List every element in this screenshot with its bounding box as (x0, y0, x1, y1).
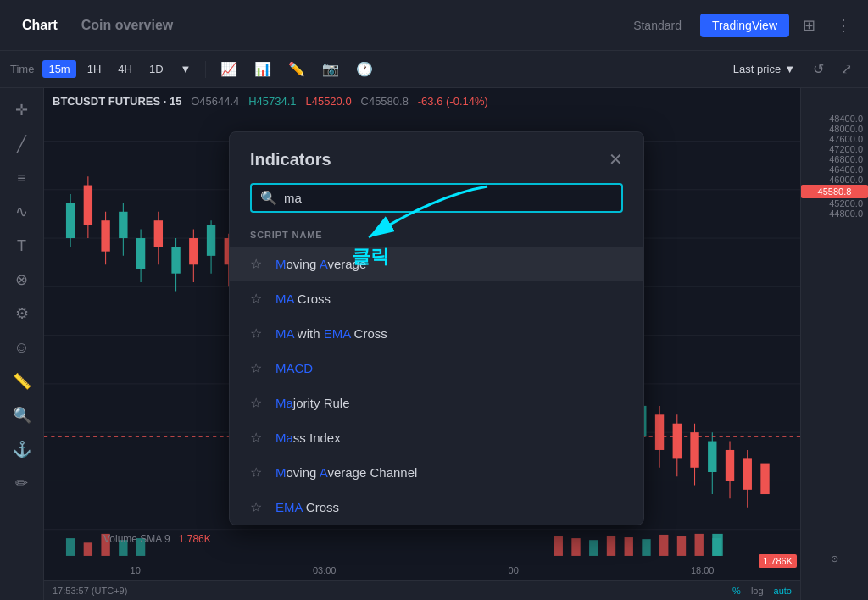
nav-right: Standard TradingView ⊞ ⋮ (621, 13, 858, 38)
standard-button[interactable]: Standard (621, 14, 693, 37)
modal-title: Indicators (250, 150, 331, 169)
interval-1d[interactable]: 1D (143, 60, 170, 78)
interval-1h[interactable]: 1H (81, 60, 108, 78)
draw-tool[interactable]: ∿ (7, 197, 37, 227)
pencil-tool[interactable]: ✏ (7, 468, 37, 498)
grid-icon-button[interactable]: ⊞ (796, 13, 822, 38)
ohlc-high: H45734.1 (248, 95, 303, 108)
price-47600: 47600.0 (801, 134, 868, 144)
price-44800: 44800.0 (801, 208, 868, 219)
log-button[interactable]: log (751, 586, 764, 596)
bottom-right: % log auto (732, 586, 792, 596)
settings-tool[interactable]: ⚙ (7, 298, 37, 329)
star-icon-2[interactable]: ☆ (250, 291, 265, 307)
svg-rect-14 (101, 220, 109, 251)
emoji-tool[interactable]: ☺ (7, 332, 37, 363)
indicator-moving-average[interactable]: ☆ Moving Average (230, 247, 643, 281)
zoom-tool[interactable]: 🔍 (7, 400, 37, 431)
clock-icon[interactable]: 🕐 (350, 58, 379, 81)
volume-sma-text: Volume SMA 9 (103, 533, 175, 545)
price-highlight: 45580.8 (801, 185, 868, 198)
price-45200: 45200.0 (801, 198, 868, 208)
svg-rect-12 (84, 186, 92, 225)
svg-rect-63 (589, 540, 598, 556)
indicator-name-2: MA Cross (275, 292, 331, 306)
ohlc-open: O45644.4 (191, 95, 245, 108)
bar-chart-icon[interactable]: 📊 (248, 58, 277, 81)
interval-4h[interactable]: 4H (112, 60, 138, 78)
svg-rect-10 (66, 203, 75, 238)
svg-rect-42 (655, 414, 664, 450)
price-axis: 48400.0 48000.0 47600.0 47200.0 46800.0 … (800, 88, 868, 600)
more-icon-button[interactable]: ⋮ (829, 13, 858, 38)
indicator-moving-average-channel[interactable]: ☆ Moving Average Channel (230, 455, 643, 490)
indicator-majority-rule[interactable]: ☆ Majority Rule (230, 386, 643, 420)
horizontal-line-tool[interactable]: ≡ (7, 163, 37, 193)
star-icon-4[interactable]: ☆ (250, 360, 265, 376)
modal-search-box[interactable]: 🔍 (250, 183, 623, 213)
trend-line-tool[interactable]: ╱ (7, 129, 37, 159)
svg-rect-52 (743, 458, 752, 489)
svg-rect-69 (695, 534, 704, 556)
refresh-icon[interactable]: ↺ (807, 58, 830, 81)
ohlc-low: L45520.0 (305, 95, 357, 108)
svg-rect-18 (136, 238, 145, 269)
last-price-button[interactable]: Last price ▼ (726, 59, 802, 79)
text-tool[interactable]: T (7, 231, 37, 261)
svg-rect-20 (154, 220, 163, 247)
price-axis-icon[interactable]: ⊙ (831, 553, 838, 564)
auto-button[interactable]: auto (774, 586, 792, 596)
time-label-1: 10 (131, 565, 141, 575)
indicator-name-6: Mass Index (275, 431, 341, 445)
ohlc-close: C45580.8 (361, 95, 415, 108)
price-46400: 46400.0 (801, 164, 868, 175)
price-48400: 48400.0 (801, 114, 868, 124)
price-47200: 47200.0 (801, 144, 868, 154)
indicator-mass-index[interactable]: ☆ Mass Index (230, 420, 643, 455)
indicator-name-8: EMA Cross (275, 500, 339, 514)
indicator-name-4: MACD (275, 361, 313, 375)
time-label-4: 18:00 (691, 565, 715, 575)
star-icon-3[interactable]: ☆ (250, 325, 265, 342)
indicator-ema-cross[interactable]: ☆ EMA Cross (230, 490, 643, 525)
star-icon-5[interactable]: ☆ (250, 395, 265, 411)
indicator-ma-ema-cross[interactable]: ☆ MA with EMA Cross (230, 316, 643, 351)
tab-coin-overview[interactable]: Coin overview (70, 11, 185, 40)
interval-15m[interactable]: 15m (42, 60, 75, 78)
svg-rect-50 (726, 450, 734, 481)
star-icon-6[interactable]: ☆ (250, 430, 265, 446)
ruler-tool[interactable]: 📏 (7, 366, 37, 397)
svg-rect-54 (760, 464, 769, 494)
volume-sma-value: 1.786K (179, 533, 211, 545)
modal-close-button[interactable]: ✕ (609, 149, 623, 169)
svg-rect-24 (189, 238, 198, 264)
indicators-list: ☆ Moving Average ☆ MA Cross ☆ MA with EM… (230, 247, 643, 525)
indicator-name-7: Moving Average Channel (275, 465, 417, 480)
svg-rect-22 (171, 247, 180, 273)
left-toolbar: ✛ ╱ ≡ ∿ T ⊗ ⚙ ☺ 📏 🔍 ⚓ ✏ (0, 88, 44, 600)
bottom-bar: 17:53:57 (UTC+9) % log auto (44, 580, 800, 600)
star-icon-8[interactable]: ☆ (250, 499, 265, 515)
time-label-2: 03:00 (313, 565, 337, 575)
line-chart-icon[interactable]: 📈 (214, 58, 243, 81)
time-label: Time (10, 63, 34, 75)
tradingview-button[interactable]: TradingView (700, 14, 789, 37)
star-icon-7[interactable]: ☆ (250, 464, 265, 481)
indicator-ma-cross[interactable]: ☆ MA Cross (230, 281, 643, 316)
star-icon-1[interactable]: ☆ (250, 256, 265, 272)
anchor-tool[interactable]: ⚓ (7, 434, 37, 464)
camera-icon[interactable]: 📷 (316, 58, 345, 81)
indicator-macd[interactable]: ☆ MACD (230, 351, 643, 386)
fullscreen-icon[interactable]: ⤢ (835, 58, 858, 81)
svg-rect-57 (84, 542, 92, 556)
network-tool[interactable]: ⊗ (7, 264, 37, 295)
svg-rect-62 (571, 538, 580, 556)
interval-dropdown[interactable]: ▼ (175, 60, 198, 78)
crosshair-tool[interactable]: ✛ (7, 95, 37, 125)
time-label-3: 00 (509, 565, 519, 575)
tab-chart[interactable]: Chart (10, 11, 70, 40)
percent-button[interactable]: % (732, 586, 741, 596)
modal-header: Indicators ✕ (230, 132, 643, 183)
draw-icon[interactable]: ✏️ (282, 58, 311, 81)
search-input[interactable] (284, 191, 613, 205)
